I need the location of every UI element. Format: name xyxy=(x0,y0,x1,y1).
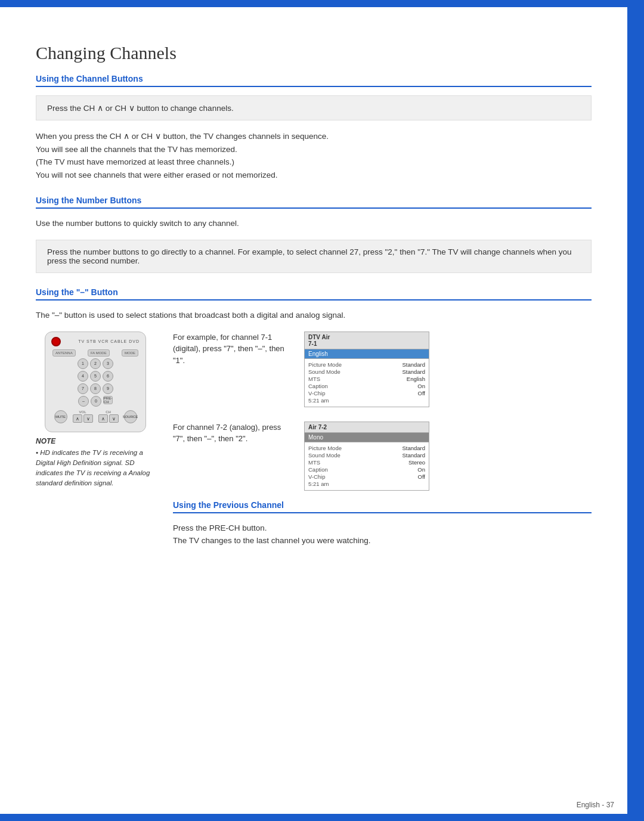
btn-9: 9 xyxy=(103,383,113,394)
panel1-row-4: Caption On xyxy=(308,383,425,389)
value-mts-2: Stereo xyxy=(408,459,425,466)
right-bar xyxy=(627,0,644,821)
channel-panel-2: Air 7-2 Mono Picture Mode Standard Sound… xyxy=(304,422,429,491)
dash-content: TV STB VCR CABLE DVD ANTENNA FA MODE MOD… xyxy=(36,332,592,557)
panel1-body: Picture Mode Standard Sound Mode Standar… xyxy=(305,359,429,407)
value-caption-1: On xyxy=(417,383,425,389)
vol-cluster: VOL ∧ ∨ xyxy=(73,410,93,423)
num-row-3: 7 8 9 xyxy=(51,383,140,394)
panel2-row-1: Picture Mode Standard xyxy=(308,445,425,451)
channel-panel-1: DTV Air7-1 English Picture Mode Standard… xyxy=(304,332,429,407)
mute-btn: MUTE xyxy=(54,410,67,423)
value-caption-2: On xyxy=(417,466,425,473)
remote-container: TV STB VCR CABLE DVD ANTENNA FA MODE MOD… xyxy=(36,332,155,432)
value-vchip-1: Off xyxy=(418,390,426,396)
previous-channel-heading: Using the Previous Channel xyxy=(173,500,592,513)
panel1-header: DTV Air7-1 xyxy=(305,332,429,349)
label-picture-mode-1: Picture Mode xyxy=(308,361,356,368)
antenna-btn: ANTENNA xyxy=(52,349,76,357)
panel1-row-2: Sound Mode Standard xyxy=(308,368,425,375)
bottom-controls: MUTE VOL ∧ ∨ CH ∧ xyxy=(51,410,140,423)
remote-top: TV STB VCR CABLE DVD xyxy=(51,337,140,346)
dash-button-body: The "–" button is used to select station… xyxy=(36,309,592,322)
remote-and-note: TV STB VCR CABLE DVD ANTENNA FA MODE MOD… xyxy=(36,332,155,557)
channel-buttons-heading: Using the Channel Buttons xyxy=(36,74,592,87)
num-row-2: 4 5 6 xyxy=(51,371,140,382)
mode-btn: MODE xyxy=(122,349,138,357)
btn-8: 8 xyxy=(90,383,101,394)
label-time-1: 5:21 am xyxy=(308,397,356,404)
dash-button-section: Using the "–" Button The "–" button is u… xyxy=(36,287,592,557)
panel1-row-6: 5:21 am xyxy=(308,397,425,404)
panel2-row-5: V-Chip Off xyxy=(308,473,425,480)
label-time-2: 5:21 am xyxy=(308,481,356,487)
number-buttons-section: Using the Number Buttons Use the number … xyxy=(36,196,592,273)
top-bar xyxy=(0,0,644,7)
note-title: NOTE xyxy=(36,437,155,445)
btn-2: 2 xyxy=(90,358,101,369)
label-caption-2: Caption xyxy=(308,466,356,473)
panel1-row-1: Picture Mode Standard xyxy=(308,361,425,368)
panel2-row-3: MTS Stereo xyxy=(308,459,425,466)
source-btn: SOURCE xyxy=(124,410,137,423)
body-line-3: (The TV must have memorized at least thr… xyxy=(36,156,592,169)
example1-row: For example, for channel 7-1 (digital), … xyxy=(173,332,592,407)
example2-row: For channel 7-2 (analog), press "7", the… xyxy=(173,422,592,491)
footer: English - 37 xyxy=(577,801,614,809)
value-vchip-2: Off xyxy=(418,473,426,480)
dash-examples: For example, for channel 7-1 (digital), … xyxy=(173,332,592,557)
note-body: • HD indicates the TV is receiving a Dig… xyxy=(36,448,155,489)
body-line-2: You will see all the channels that the T… xyxy=(36,143,592,156)
remote-illustration: TV STB VCR CABLE DVD ANTENNA FA MODE MOD… xyxy=(45,332,146,432)
page-title: Changing Channels xyxy=(36,43,592,63)
value-picture-mode-1: Standard xyxy=(402,361,425,368)
ch-up: ∧ xyxy=(98,414,108,423)
footer-text: English - 37 xyxy=(577,801,614,809)
vol-label: VOL xyxy=(79,410,86,414)
panel2-row-6: 5:21 am xyxy=(308,481,425,487)
panel1-lang: English xyxy=(305,349,429,359)
antenna-row: ANTENNA FA MODE MODE xyxy=(51,349,140,357)
panel2-row-2: Sound Mode Standard xyxy=(308,452,425,458)
number-buttons-heading: Using the Number Buttons xyxy=(36,196,592,209)
panel2-row-4: Caption On xyxy=(308,466,425,473)
previous-channel-section: Using the Previous Channel Press the PRE… xyxy=(173,500,592,547)
body-line-1: When you press the CH ∧ or CH ∨ button, … xyxy=(36,130,592,143)
channel-buttons-infobox: Press the CH ∧ or CH ∨ button to change … xyxy=(36,95,592,120)
value-sound-mode-1: Standard xyxy=(402,368,425,375)
ch-down: ∨ xyxy=(109,414,119,423)
btn-1: 1 xyxy=(78,358,88,369)
vol-down: ∨ xyxy=(83,414,93,423)
body-line-4: You will not see channels that were eith… xyxy=(36,169,592,182)
num-row-1: 1 2 3 xyxy=(51,358,140,369)
vol-up: ∧ xyxy=(73,414,82,423)
main-content: Changing Channels Using the Channel Butt… xyxy=(0,7,627,814)
label-mts-2: MTS xyxy=(308,459,356,466)
ch-arrows: ∧ ∨ xyxy=(98,414,119,423)
panel2-header: Air 7-2 xyxy=(305,422,429,433)
label-sound-mode-2: Sound Mode xyxy=(308,452,356,458)
panel1-row-5: V-Chip Off xyxy=(308,390,425,396)
number-buttons-body: Use the number buttons to quickly switch… xyxy=(36,217,592,230)
value-sound-mode-2: Standard xyxy=(402,452,425,458)
label-vchip-1: V-Chip xyxy=(308,390,356,396)
channel-buttons-body: When you press the CH ∧ or CH ∨ button, … xyxy=(36,130,592,181)
panel2-body: Picture Mode Standard Sound Mode Standar… xyxy=(305,442,429,490)
panel2-lang: Mono xyxy=(305,433,429,442)
btn-7: 7 xyxy=(78,383,88,394)
btn-0: 0 xyxy=(91,396,101,407)
num-row-4: – 0 PRE-CH xyxy=(51,396,140,407)
label-mts-1: MTS xyxy=(308,376,356,382)
value-mts-1: English xyxy=(407,376,425,382)
channel-buttons-section: Using the Channel Buttons Press the CH ∧… xyxy=(36,74,592,181)
btn-dash: – xyxy=(78,396,89,407)
btn-6: 6 xyxy=(103,371,113,382)
example2-text: For channel 7-2 (analog), press "7", the… xyxy=(173,422,292,445)
panel1-row-3: MTS English xyxy=(308,376,425,382)
value-picture-mode-2: Standard xyxy=(402,445,425,451)
label-sound-mode-1: Sound Mode xyxy=(308,368,356,375)
btn-prech: PRE-CH xyxy=(103,396,113,404)
btn-4: 4 xyxy=(78,371,88,382)
label-picture-mode-2: Picture Mode xyxy=(308,445,356,451)
label-vchip-2: V-Chip xyxy=(308,473,356,480)
